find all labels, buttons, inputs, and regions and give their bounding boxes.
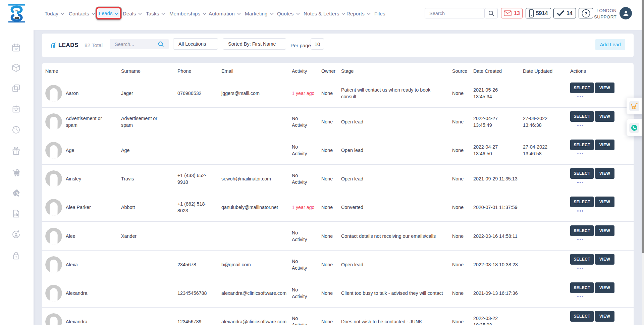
svg-text:12: 12: [14, 47, 18, 51]
